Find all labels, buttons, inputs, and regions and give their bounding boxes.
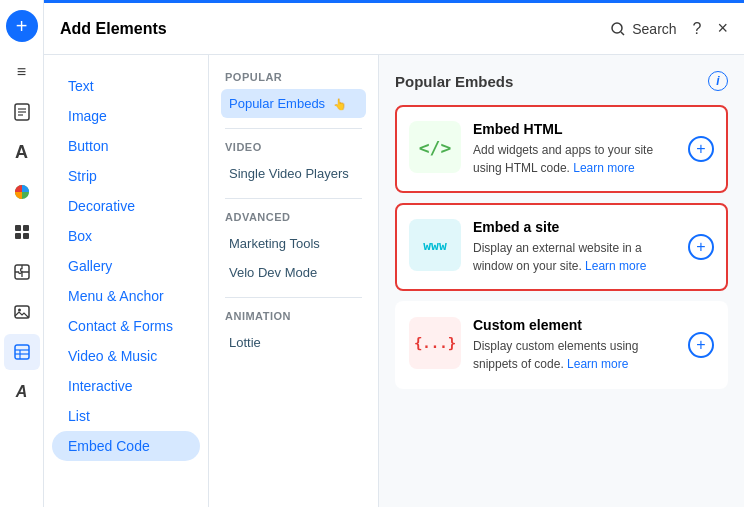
embed-html-card: </> Embed HTML Add widgets and apps to y… <box>395 105 728 193</box>
category-video-music[interactable]: Video & Music <box>52 341 200 371</box>
embed-site-learn-more[interactable]: Learn more <box>585 259 646 273</box>
panels-wrapper: Add Elements Search ? × Text Image Butto… <box>44 0 744 507</box>
category-gallery[interactable]: Gallery <box>52 251 200 281</box>
svg-point-10 <box>18 309 21 312</box>
category-strip[interactable]: Strip <box>52 161 200 191</box>
custom-element-add-button[interactable]: + <box>688 332 714 358</box>
category-menu-anchor[interactable]: Menu & Anchor <box>52 281 200 311</box>
category-contact-forms[interactable]: Contact & Forms <box>52 311 200 341</box>
header-right: Search ? × <box>610 18 728 39</box>
category-list: Text Image Button Strip Decorative Box G… <box>44 55 209 507</box>
embed-site-content: Embed a site Display an external website… <box>473 219 676 275</box>
close-button[interactable]: × <box>717 18 728 39</box>
category-box[interactable]: Box <box>52 221 200 251</box>
custom-element-desc: Display custom elements using snippets o… <box>473 337 676 373</box>
submenu-popular-embeds[interactable]: Popular Embeds 👆 <box>221 89 366 118</box>
table-icon[interactable] <box>4 334 40 370</box>
embed-html-icon: </> <box>409 121 461 173</box>
custom-element-icon: {...} <box>409 317 461 369</box>
header-bar: Add Elements Search ? × <box>44 3 744 55</box>
embed-site-icon: www <box>409 219 461 271</box>
svg-point-15 <box>612 23 622 33</box>
embed-site-title: Embed a site <box>473 219 676 235</box>
embed-html-desc: Add widgets and apps to your site using … <box>473 141 676 177</box>
content-header: Popular Embeds i <box>395 71 728 91</box>
icon-sidebar: + ≡ A A <box>0 0 44 507</box>
embed-site-desc: Display an external website in a window … <box>473 239 676 275</box>
svg-rect-11 <box>15 345 29 359</box>
category-button[interactable]: Button <box>52 131 200 161</box>
app-container: + ≡ A A Add Elements <box>0 0 744 507</box>
divider-2 <box>225 198 362 199</box>
embed-site-add-button[interactable]: + <box>688 234 714 260</box>
submenu-marketing-tools[interactable]: Marketing Tools <box>221 229 366 258</box>
submenu-label-popular: POPULAR <box>221 71 366 83</box>
category-embed-code[interactable]: Embed Code <box>52 431 200 461</box>
search-label: Search <box>632 21 676 37</box>
custom-element-learn-more[interactable]: Learn more <box>567 357 628 371</box>
embed-site-card: www Embed a site Display an external web… <box>395 203 728 291</box>
svg-rect-4 <box>15 225 21 231</box>
menu-icon[interactable]: ≡ <box>4 54 40 90</box>
category-decorative[interactable]: Decorative <box>52 191 200 221</box>
svg-line-16 <box>621 32 624 35</box>
body-panels: Text Image Button Strip Decorative Box G… <box>44 55 744 507</box>
divider-3 <box>225 297 362 298</box>
help-button[interactable]: ? <box>693 20 702 38</box>
category-list[interactable]: List <box>52 401 200 431</box>
custom-element-content: Custom element Display custom elements u… <box>473 317 676 373</box>
image-icon[interactable] <box>4 294 40 330</box>
embed-html-content: Embed HTML Add widgets and apps to your … <box>473 121 676 177</box>
paint-icon[interactable] <box>4 174 40 210</box>
custom-element-title: Custom element <box>473 317 676 333</box>
accessibility-icon[interactable]: A <box>4 374 40 410</box>
submenu-panel: POPULAR Popular Embeds 👆 VIDEO Single Vi… <box>209 55 379 507</box>
embed-html-add-button[interactable]: + <box>688 136 714 162</box>
submenu-lottie[interactable]: Lottie <box>221 328 366 357</box>
font-icon[interactable]: A <box>4 134 40 170</box>
puzzle-icon[interactable] <box>4 254 40 290</box>
submenu-velo-dev[interactable]: Velo Dev Mode <box>221 258 366 287</box>
content-title: Popular Embeds <box>395 73 513 90</box>
divider-1 <box>225 128 362 129</box>
embed-html-learn-more[interactable]: Learn more <box>573 161 634 175</box>
svg-rect-6 <box>15 233 21 239</box>
svg-rect-7 <box>23 233 29 239</box>
custom-element-card: {...} Custom element Display custom elem… <box>395 301 728 389</box>
submenu-label-advanced: ADVANCED <box>221 211 366 223</box>
add-button[interactable]: + <box>6 10 38 42</box>
document-icon[interactable] <box>4 94 40 130</box>
submenu-label-animation: ANIMATION <box>221 310 366 322</box>
embed-html-title: Embed HTML <box>473 121 676 137</box>
info-button[interactable]: i <box>708 71 728 91</box>
category-image[interactable]: Image <box>52 101 200 131</box>
category-interactive[interactable]: Interactive <box>52 371 200 401</box>
grid-icon[interactable] <box>4 214 40 250</box>
submenu-label-video: VIDEO <box>221 141 366 153</box>
panel-title: Add Elements <box>60 20 167 38</box>
svg-rect-5 <box>23 225 29 231</box>
category-text[interactable]: Text <box>52 71 200 101</box>
content-panel: Popular Embeds i </> Embed HTML Add widg… <box>379 55 744 507</box>
search-button[interactable]: Search <box>610 21 676 37</box>
submenu-single-video[interactable]: Single Video Players <box>221 159 366 188</box>
search-icon <box>610 21 626 37</box>
